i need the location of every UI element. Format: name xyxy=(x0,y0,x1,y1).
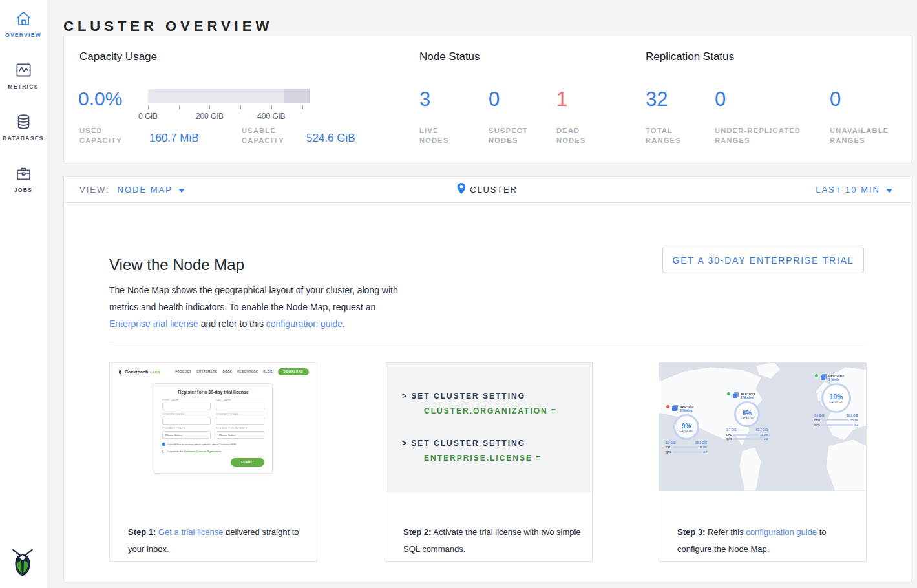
capacity-usage-title: Capacity Usage xyxy=(79,50,157,63)
capacity-metadata: USED CAPACITY 160.7 MiB USABLE CAPACITY … xyxy=(79,126,355,145)
configuration-guide-link[interactable]: configuration guide xyxy=(266,319,343,329)
sidebar-item-jobs[interactable]: JOBS xyxy=(0,155,47,207)
used-gib: 3.7 GiB xyxy=(726,428,737,432)
usable-capacity-label: USABLE CAPACITY xyxy=(242,126,288,145)
total-gib: 63.7 GiB xyxy=(756,428,768,432)
used-gib: 3.2 GiB xyxy=(666,441,676,445)
text-input xyxy=(162,417,211,425)
checkbox-label: I agree to the xyxy=(167,450,184,453)
step-1-card: Cockroach LABS PRODUCT CUSTOMERS DOCS RE… xyxy=(109,362,317,562)
license-agreement-link: Software License Agreement. xyxy=(184,450,222,453)
node-status-stats: 3 LIVE NODES 0 SUSPECT NODES 1 DEAD NODE… xyxy=(419,87,621,145)
cpu-label: CPU xyxy=(666,446,671,449)
nav-item: CUSTOMERS xyxy=(196,370,217,373)
description-text: The Node Map shows the geographical layo… xyxy=(109,285,398,312)
cluster-label: CLUSTER xyxy=(470,185,517,194)
field-label: COMPANY EMAIL xyxy=(216,413,264,415)
step-2-caption: Step 2: Activate the trial license with … xyxy=(403,524,583,558)
qps-value: 0.0 xyxy=(764,437,768,441)
cockroachdb-logo[interactable] xyxy=(8,547,37,579)
node-map-panel: View the Node Map The Node Map shows the… xyxy=(63,202,911,582)
qps-bar xyxy=(673,451,702,453)
description-text: and refer to this xyxy=(201,319,264,329)
unavailable-ranges-value: 0 xyxy=(830,87,914,112)
dead-nodes-value: 1 xyxy=(556,87,621,112)
status-dot-red xyxy=(666,404,670,409)
live-nodes-stat: 3 LIVE NODES xyxy=(419,87,489,145)
step-2-card: > SET CLUSTER SETTING CLUSTER.ORGANIZATI… xyxy=(385,362,593,562)
cpu-value: 53.3% xyxy=(850,419,858,422)
form-field: REASON FOR INTERESTPlease Select xyxy=(216,427,264,439)
used-capacity-value: 160.7 MiB xyxy=(149,132,242,145)
checkbox-icon xyxy=(162,450,165,453)
step-3-caption: Step 3: Refer this configuration guide t… xyxy=(677,524,857,558)
live-nodes-value: 3 xyxy=(419,87,489,112)
field-label: PROJECT PHASE xyxy=(162,427,211,430)
status-dot-green xyxy=(726,392,731,396)
cpu-value: 11.0% xyxy=(699,446,707,449)
page-title: CLUSTER OVERVIEW xyxy=(63,18,273,35)
caption-text: Refer this xyxy=(708,527,744,537)
sidebar-item-overview[interactable]: OVERVIEW xyxy=(0,0,47,52)
cpu-bar xyxy=(821,419,849,421)
dead-nodes-label: DEAD NODES xyxy=(556,126,595,145)
field-label: COMPANY NAME xyxy=(162,413,211,415)
under-replicated-ranges-value: 0 xyxy=(715,87,830,112)
nav-item: PRODUCT xyxy=(175,370,191,373)
nav-item: RESOURCES xyxy=(237,370,258,373)
sidebar-item-label: METRICS xyxy=(8,83,38,90)
sidebar-item-metrics[interactable]: METRICS xyxy=(0,52,47,103)
live-nodes-label: LIVE NODES xyxy=(419,126,458,145)
under-replicated-ranges-stat: 0 UNDER-REPLICATED RANGES xyxy=(715,87,830,145)
qps-value: 4.7 xyxy=(703,450,707,454)
dead-nodes-stat: 1 DEAD NODES xyxy=(556,87,621,145)
form-field: COMPANY EMAIL xyxy=(216,413,264,425)
sidebar-item-label: OVERVIEW xyxy=(5,32,41,38)
capacity-gauge: 6% CAPACITY xyxy=(734,401,760,427)
capacity-bar-chart: 0 GiB 200 GiB 400 GiB xyxy=(148,89,310,121)
view-selected-value: NODE MAP xyxy=(118,185,173,194)
license-agreement-checkbox-row: I agree to the Software License Agreemen… xyxy=(162,450,264,453)
enterprise-trial-license-link[interactable]: Enterprise trial license xyxy=(109,319,198,329)
select-input: Please Select xyxy=(162,431,211,439)
under-replicated-ranges-label: UNDER-REPLICATED RANGES xyxy=(715,126,818,145)
capacity-percent: 10% xyxy=(830,394,843,401)
sidebar-item-label: JOBS xyxy=(14,187,32,193)
metrics-icon xyxy=(15,61,32,79)
capacity-label: CAPACITY xyxy=(741,417,754,419)
location-pin-icon xyxy=(457,183,465,196)
locality-sfo: geo=sfo 2 Nodes 9% CAPACITY 3.2 GiB35.1 … xyxy=(666,404,707,455)
sql-setting: ENTERPRISE.LICENSE = xyxy=(424,454,592,463)
step-label: Step 3: xyxy=(677,527,705,537)
logo-suffix: LABS xyxy=(150,370,160,374)
sql-code-block: > SET CLUSTER SETTING CLUSTER.ORGANIZATI… xyxy=(385,363,592,492)
unavailable-ranges-stat: 0 UNAVAILABLE RANGES xyxy=(830,87,914,145)
logo-text: Cockroach xyxy=(125,370,148,374)
replication-status-title: Replication Status xyxy=(646,50,734,63)
qps-bar xyxy=(821,424,853,426)
node-map-preview: geo=sfo 2 Nodes 9% CAPACITY 3.2 GiB35.1 … xyxy=(659,363,866,491)
axis-label: 0 GiB xyxy=(138,112,158,121)
sql-setting: CLUSTER.ORGANIZATION = xyxy=(424,406,592,415)
cluster-breadcrumb: CLUSTER xyxy=(457,183,517,196)
get-trial-license-link[interactable]: Get a trial license xyxy=(158,527,223,537)
time-range-dropdown[interactable]: LAST 10 MIN xyxy=(816,184,911,195)
step-1-caption: Step 1: Get a trial license delivered st… xyxy=(128,524,308,558)
trial-registration-screenshot: Cockroach LABS PRODUCT CUSTOMERS DOCS RE… xyxy=(110,363,317,492)
divider xyxy=(109,342,864,342)
capacity-percent: 9% xyxy=(682,423,691,430)
trial-registration-form: Register for a 30-day trial license FIRS… xyxy=(154,383,273,474)
view-selector-dropdown[interactable]: VIEW: NODE MAP xyxy=(64,184,185,195)
form-field: PROJECT PHASEPlease Select xyxy=(162,427,211,439)
capacity-bar xyxy=(148,89,310,103)
submit-button: SUBMIT xyxy=(231,458,264,467)
suspect-nodes-stat: 0 SUSPECT NODES xyxy=(489,87,556,145)
cockroach-labs-logo: Cockroach LABS xyxy=(118,369,160,375)
total-gib: 36.6 GiB xyxy=(847,414,858,417)
enterprise-trial-button[interactable]: GET A 30-DAY ENTERPRISE TRIAL xyxy=(662,247,864,273)
configuration-guide-link[interactable]: configuration guide xyxy=(746,527,817,537)
sidebar-item-databases[interactable]: DATABASES xyxy=(0,103,47,155)
form-field: LAST NAME xyxy=(216,399,264,410)
home-icon xyxy=(15,10,32,27)
usable-capacity-value: 524.6 GiB xyxy=(306,132,355,145)
